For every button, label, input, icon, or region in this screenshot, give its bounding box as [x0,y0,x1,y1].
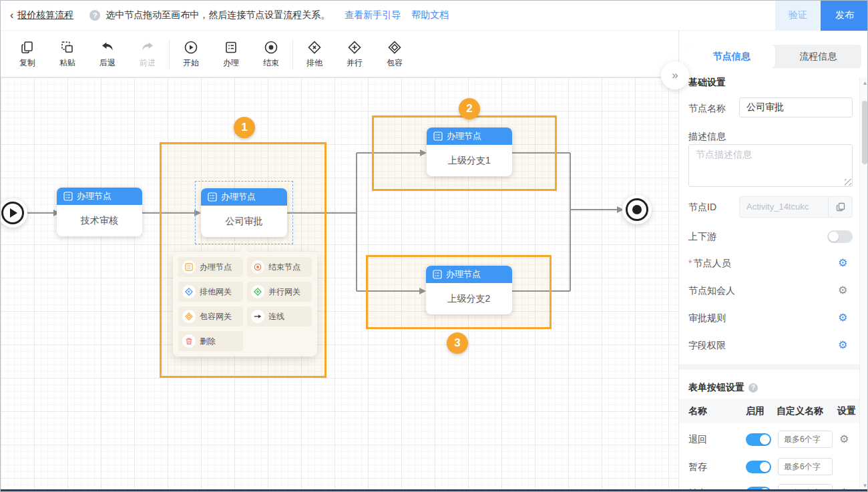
node-header: 办理节点 [426,266,512,283]
end-ring [626,198,648,221]
inclusive-gateway-button[interactable]: 包容 [375,39,415,69]
menu-item-parallel-gateway[interactable]: 并行网关 [247,282,312,302]
copy-icon [19,39,35,55]
redo-button[interactable]: 前进 [128,39,168,69]
field-permission-row: 字段权限 [688,340,726,352]
menu-item-task-node[interactable]: 办理节点 [178,257,243,277]
back-link[interactable]: ‹ 报价核算流程 [1,9,73,21]
node-cc-gear-icon[interactable]: ⚙ [838,285,847,296]
start-event-button[interactable]: 开始 [171,39,211,69]
desc-label: 描述信息 [688,131,726,143]
toolbar: 复制 粘贴 后退 前进 开始 办理 结束 排他 [1,31,678,77]
node-name: 上级分支2 [426,283,512,314]
properties-panel: 节点信息 流程信息 基础设置 节点名称 描述信息 节点ID Activity_1… [678,31,868,492]
node-company-approval[interactable]: 办理节点 公司审批 [201,188,287,237]
guide-link[interactable]: 查看新手引导 [345,9,401,21]
tab-flow-info[interactable]: 流程信息 [775,45,862,68]
desc-textarea[interactable] [688,144,853,187]
tool-label: 开始 [183,57,199,69]
row-settings-gear-icon[interactable]: ⚙ [839,434,849,445]
tool-label: 前进 [140,57,156,69]
menu-item-exclusive-gateway[interactable]: 排他网关 [178,282,243,302]
parallel-gateway-button[interactable]: 并行 [335,39,375,69]
scroll-down-arrow-icon[interactable]: ▼ [860,483,868,489]
node-context-menu: 办理节点 结束节点 排他网关 并行网关 包容网关 连线 [173,252,317,356]
node-tech-review[interactable]: 办理节点 技术审核 [57,188,142,236]
hint-text: 选中节点拖动至画布中，然后连接节点设置流程关系。 [105,9,330,21]
button-name: 暂存 [688,461,707,473]
node-branch-1[interactable]: 办理节点 上级分支1 [427,128,512,176]
tool-label: 结束 [263,57,279,69]
menu-item-connect-line[interactable]: 连线 [247,306,312,326]
scrollbar-thumb[interactable] [862,101,867,164]
task-icon [223,39,239,55]
node-name-input[interactable] [739,97,853,117]
connect-arrow-icon [254,312,262,320]
menu-item-delete[interactable]: 删除 [178,331,243,351]
tool-label: 排他 [306,57,322,69]
menu-item-label: 办理节点 [200,262,232,273]
flow-canvas[interactable]: 办理节点 技术审核 办理节点 公司审批 办理节点 上级分支1 办理节点 上级 [1,77,678,492]
menu-item-end-node[interactable]: 结束节点 [247,257,312,277]
end-event-node[interactable] [622,195,652,224]
approval-rule-row: 审批规则 [688,312,726,324]
publish-button[interactable]: 发布 [821,1,868,31]
node-id-group: Activity_14tcukc [739,196,853,218]
task-icon [433,132,443,141]
undo-button[interactable]: 后退 [87,39,128,69]
top-header: ‹ 报价核算流程 ? 选中节点拖动至画布中，然后连接节点设置流程关系。 查看新手… [1,1,868,31]
end-event-button[interactable]: 结束 [251,39,291,69]
approval-rule-gear-icon[interactable]: ⚙ [838,312,847,323]
updown-label: 上下游 [688,231,716,243]
panel-tabs: 节点信息 流程信息 [688,45,861,68]
inclusive-gateway-icon [387,39,403,55]
panel-scrollbar[interactable]: ▲ ▼ [859,77,868,492]
textarea-resize-grip[interactable] [845,179,851,186]
help-doc-link[interactable]: 帮助文档 [411,9,449,21]
panel-collapse-button[interactable]: » [661,61,689,89]
task-icon [208,192,217,202]
tool-label: 包容 [387,57,403,69]
node-type-label: 办理节点 [221,191,256,203]
copy-button[interactable]: 复制 [7,39,47,69]
node-assignee-row: *节点人员 [688,258,730,270]
enable-toggle[interactable] [746,433,771,446]
trash-icon [185,337,193,345]
node-assignee-gear-icon[interactable]: ⚙ [838,258,847,268]
menu-item-label: 包容网关 [200,311,232,322]
help-question-icon: ? [748,383,758,393]
tool-label: 办理 [223,57,239,69]
flow-connectors [1,77,678,492]
updown-toggle[interactable] [827,230,853,243]
validate-button[interactable]: 验证 [775,1,821,31]
enable-toggle[interactable] [746,461,771,473]
menu-item-inclusive-gateway[interactable]: 包容网关 [178,306,243,326]
node-cc-row: 节点知会人 [688,285,735,297]
node-header: 办理节点 [57,188,142,205]
task-node-button[interactable]: 办理 [211,39,251,69]
hint-group: ? 选中节点拖动至画布中，然后连接节点设置流程关系。 [89,9,330,21]
parallel-gateway-icon [347,39,363,55]
flow-designer-window: ‹ 报价核算流程 ? 选中节点拖动至画布中，然后连接节点设置流程关系。 查看新手… [0,0,868,492]
tool-label: 粘贴 [59,57,75,69]
form-buttons-table-header: 名称 启用 自定义名称 设置 [679,399,860,423]
paste-icon [59,39,75,55]
undo-icon [99,39,116,55]
node-branch-2[interactable]: 办理节点 上级分支2 [426,266,512,314]
tab-node-info[interactable]: 节点信息 [688,45,775,68]
exclusive-gateway-icon [185,288,193,296]
task-icon [63,192,73,201]
node-type-label: 办理节点 [447,130,481,142]
paste-button[interactable]: 粘贴 [47,39,87,69]
node-header: 办理节点 [427,128,512,145]
scroll-up-arrow-icon[interactable]: ▲ [860,80,868,86]
node-name: 公司审批 [201,206,287,237]
exclusive-gateway-button[interactable]: 排他 [294,39,335,69]
custom-name-input[interactable] [778,458,833,475]
copy-id-button[interactable] [828,197,852,217]
menu-item-label: 连线 [268,311,284,322]
custom-name-input[interactable] [778,431,833,448]
field-permission-gear-icon[interactable]: ⚙ [838,340,847,350]
task-icon [185,263,193,271]
flow-title[interactable]: 报价核算流程 [17,9,73,21]
